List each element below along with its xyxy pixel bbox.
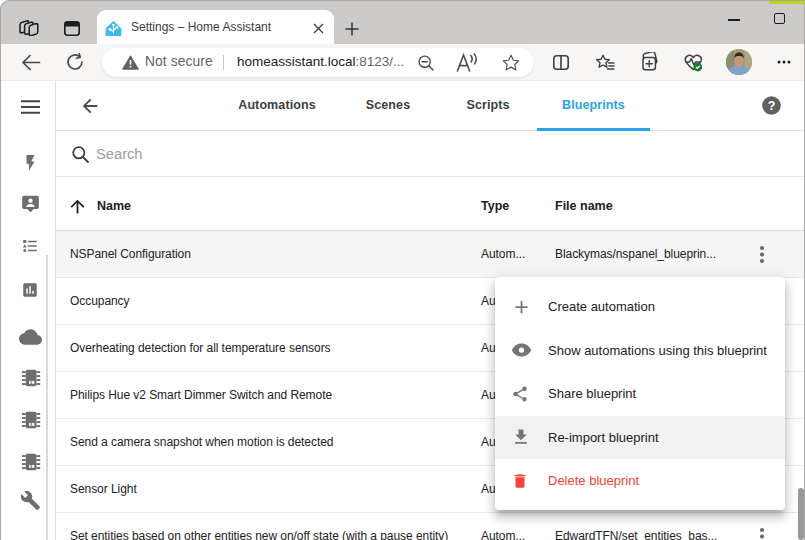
svg-text:?: ? xyxy=(768,99,776,113)
